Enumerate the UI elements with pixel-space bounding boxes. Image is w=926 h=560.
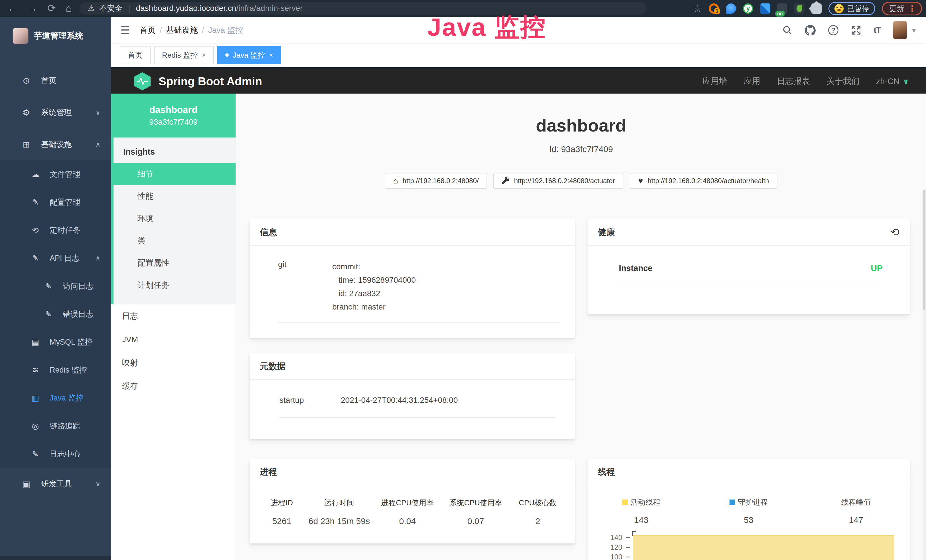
infrastructure-submenu: ☁ 文件管理 ✎ 配置管理 ⟲ 定时任务 ✎ API 日志 ∧ ✎ [0,160,111,468]
sidebar-item-access-logs[interactable]: ✎ 访问日志 [0,272,111,300]
dashboard-icon: ⊙ [21,76,32,86]
sidebar-item-redis-monitor[interactable]: ≋ Redis 监控 [0,356,111,384]
instance-header[interactable]: dashboard 93a3fc7f7409 [111,94,236,138]
sba-nav-wallboard[interactable]: 应用墙 [702,76,727,87]
sidebar-item-infrastructure[interactable]: ⊞ 基础设施 ∧ [0,129,111,160]
fullscreen-icon[interactable] [851,25,861,35]
app-logo-image [12,28,29,44]
extension-icon[interactable] [794,3,805,14]
health-url-button[interactable]: ♥ http://192.168.0.2:48080/actuator/heal… [630,173,778,189]
process-col-header: 进程ID [257,498,307,508]
sidebar-item-file-mgmt[interactable]: ☁ 文件管理 [0,160,111,188]
sba-menu-environment[interactable]: 环境 [113,207,236,230]
legend-active-threads: 活动线程 [622,497,660,507]
browser-forward-icon[interactable]: → [27,0,38,17]
sba-menu-caches[interactable]: 缓存 [111,375,236,398]
app-logo-row[interactable]: 芋道管理系统 [0,17,111,48]
sidebar-item-log-center[interactable]: ✎ 日志中心 [0,440,111,468]
chevron-up-icon: ∧ [95,254,100,262]
sidebar-item-home[interactable]: ⊙ 首页 [0,65,111,97]
tab-java-monitor[interactable]: Java 监控 × [217,46,281,64]
browser-reload-icon[interactable]: ⟳ [47,0,56,17]
sidebar-item-scheduled-tasks[interactable]: ⟲ 定时任务 [0,216,111,244]
browser-home-icon[interactable]: ⌂ [66,0,72,17]
bookmark-star-icon[interactable]: ☆ [693,3,702,14]
process-card-title: 进程 [260,466,277,478]
instance-id: 93a3fc7f7409 [149,118,198,127]
active-threads-area [633,535,894,560]
sidebar-item-tracing[interactable]: ◎ 链路追踪 [0,412,111,440]
browser-menu-icon[interactable]: ⋮ [908,4,917,14]
git-time-line: time: 1596289704000 [332,273,559,287]
chrome-update-button[interactable]: 更新 ⋮ [882,2,922,15]
url-path: /infra/admin-server [236,4,303,12]
breadcrumb: 首页 / 基础设施 / Java 监控 [140,25,243,36]
legend-label: 活动线程 [631,497,660,507]
sidebar-item-api-logs[interactable]: ✎ API 日志 ∧ [0,244,111,272]
scrollbar-thumb[interactable] [923,190,925,310]
service-url-button[interactable]: ⌂ http://192.168.0.2:48080/ [385,173,487,189]
extension-icon[interactable] [726,3,736,14]
extensions-puzzle-icon[interactable] [811,3,822,14]
sidebar-item-label: MySQL 监控 [50,337,93,347]
admin-sidebar: 芋道管理系统 ⊙ 首页 ⚙ 系统管理 ∨ ⊞ 基础设施 ∧ ☁ 文件管理 [0,17,111,560]
extension-icon[interactable] [760,3,770,14]
sba-menu-scheduled-tasks[interactable]: 计划任务 [113,274,236,297]
content-scrollbar[interactable] [923,189,926,560]
sba-menu-jvm[interactable]: JVM [111,328,236,351]
metadata-card: 元数据 startup 2021-04-27T00:44:31.254+08:0… [250,353,575,439]
address-bar[interactable]: ⚠ 不安全 | dashboard.yudao.iocoder.cn/infra… [79,2,647,15]
sba-brand-title[interactable]: Spring Boot Admin [159,75,262,88]
sba-menu-logs[interactable]: 日志 [111,304,236,328]
monitor-icon: ▥ [30,394,41,403]
sidebar-item-system-mgmt[interactable]: ⚙ 系统管理 ∨ [0,97,111,129]
sidebar-item-config-mgmt[interactable]: ✎ 配置管理 [0,188,111,216]
page-title: dashboard [236,115,926,136]
breadcrumb-home[interactable]: 首页 [140,25,156,36]
sba-nav-applications[interactable]: 应用 [744,76,760,87]
startup-key: startup [280,396,341,405]
locale-select[interactable]: zh-CN ∨ [876,77,909,86]
extension-icon[interactable]: on [777,3,787,14]
hamburger-icon[interactable]: ☰ [120,24,130,36]
health-card-title: 健康 [598,227,615,238]
extension-icon[interactable]: 1 [709,3,719,14]
health-status-badge: UP [871,263,883,273]
breadcrumb-infrastructure[interactable]: 基础设施 [166,25,198,36]
spring-boot-admin-logo[interactable] [134,72,151,91]
sidebar-item-label: Java 监控 [50,393,83,403]
tab-home[interactable]: 首页 [120,46,151,64]
profile-paused-button[interactable]: 已暂停 [828,2,875,15]
toolbox-icon: ▣ [21,479,32,489]
chevron-down-icon: ∨ [903,77,909,86]
sidebar-item-label: 文件管理 [50,169,80,179]
search-icon[interactable] [782,26,792,35]
avatar-caret-icon[interactable]: ▾ [912,26,916,35]
sba-nav-journal[interactable]: 日志报表 [777,76,810,87]
startup-row: startup 2021-04-27T00:44:31.254+08:00 [280,396,555,418]
sba-menu-config-props[interactable]: 配置属性 [113,252,236,274]
sidebar-item-error-logs[interactable]: ✎ 错误日志 [0,300,111,328]
sba-nav-about[interactable]: 关于我们 [826,76,859,87]
sba-menu-metrics[interactable]: 性能 [113,185,236,207]
actuator-url-button[interactable]: http://192.168.0.2:48080/actuator [493,173,623,189]
github-icon[interactable] [805,25,816,36]
sba-menu-mappings[interactable]: 映射 [111,351,236,375]
sidebar-item-label: 研发工具 [41,479,72,489]
help-icon[interactable]: ? [828,25,838,35]
health-instance-row[interactable]: Instance UP [619,263,883,285]
health-history-icon[interactable]: ⟲ [890,226,899,239]
sidebar-item-label: 定时任务 [50,225,80,235]
user-avatar[interactable] [893,21,907,39]
sidebar-item-java-monitor[interactable]: ▥ Java 监控 [0,384,111,412]
tab-close-icon[interactable]: × [269,51,273,59]
sba-menu-classes[interactable]: 类 [113,230,236,252]
browser-back-icon[interactable]: ← [8,0,18,17]
tab-redis-monitor[interactable]: Redis 监控 × [154,46,214,64]
tab-close-icon[interactable]: × [202,51,206,59]
font-size-icon[interactable]: tT [874,26,881,35]
extension-icon[interactable]: y [743,3,753,14]
sidebar-item-dev-tools[interactable]: ▣ 研发工具 ∨ [0,468,111,500]
sba-menu-details[interactable]: 细节 [111,163,236,185]
sidebar-item-mysql-monitor[interactable]: ▤ MySQL 监控 [0,328,111,356]
